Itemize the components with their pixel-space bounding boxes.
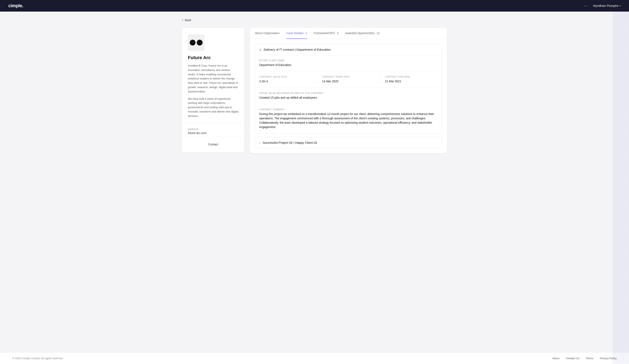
contract-end-value: 21 Mar 2021 bbox=[385, 79, 438, 84]
social-value-field: SOCIAL VALUE DELIVERED AS PART OF THIS C… bbox=[259, 88, 438, 104]
footer-link-about[interactable]: About bbox=[552, 357, 559, 360]
case-studies-badge: 2 bbox=[306, 32, 307, 35]
accordion-title-1: Delivery of IT contract | Department of … bbox=[264, 48, 331, 51]
website-link[interactable]: future-arc.com bbox=[188, 131, 238, 135]
contract-summary-field: CONTRACT SUMMARY During this project we … bbox=[259, 104, 438, 129]
company-description-1: Certified B Corp. Future Arc is an innov… bbox=[188, 64, 238, 94]
contract-start-label: CONTRACT START DATE bbox=[322, 76, 375, 78]
accordion-item-2: › Successful Project 02 | Happy Client 0… bbox=[255, 137, 442, 148]
footer: ® 2023 Cimple Limited. All rights reserv… bbox=[0, 353, 629, 364]
tab-case-studies[interactable]: Case Studies 2 bbox=[286, 28, 307, 39]
case-studies-content: ∨ Delivery of IT contract | Department o… bbox=[250, 39, 447, 153]
contact-button-wrapper: Contact bbox=[182, 136, 244, 152]
back-arrow-icon: ‹ bbox=[182, 18, 183, 22]
chevron-right-icon: › bbox=[259, 141, 260, 144]
logo-text: cimple. bbox=[8, 3, 23, 8]
tab-about-organisation[interactable]: About Organisation bbox=[255, 28, 280, 39]
copyright: ® 2023 Cimple Limited. All rights reserv… bbox=[12, 357, 62, 360]
accordion-item-1: ∨ Delivery of IT contract | Department o… bbox=[255, 44, 442, 134]
awarded-badge: 13 bbox=[377, 32, 379, 35]
website-section: WEBSITE future-arc.com bbox=[188, 125, 238, 136]
tab-awarded-label: Awarded Opportunities bbox=[345, 31, 374, 35]
back-label: Back bbox=[185, 18, 191, 22]
accordion-header-1[interactable]: ∨ Delivery of IT contract | Department o… bbox=[255, 44, 442, 55]
company-name: Future Arc bbox=[188, 55, 238, 60]
tab-awarded-opportunities[interactable]: Awarded Opportunities 13 bbox=[345, 28, 380, 39]
contact-button[interactable]: Contact bbox=[188, 140, 238, 148]
contract-start-col: CONTRACT START DATE 14 Mar 2020 bbox=[322, 76, 380, 84]
contract-end-col: CONTRACT END DATE 21 Mar 2021 bbox=[385, 76, 438, 84]
company-description-2: We have built 5 years of experience work… bbox=[188, 97, 238, 118]
buyer-client-field: BUYER/ CLIENT NAME Department of Educati… bbox=[259, 55, 438, 72]
header-right: ⋯ Wyndham Plumptre ▾ bbox=[584, 3, 621, 8]
contract-end-label: CONTRACT END DATE bbox=[385, 76, 438, 78]
sidebar-scroll: Certified B Corp. Future Arc is an innov… bbox=[188, 64, 238, 121]
user-menu[interactable]: Wyndham Plumptre ▾ bbox=[593, 4, 621, 7]
sidebar-divider bbox=[182, 123, 244, 123]
logo-dots bbox=[190, 40, 203, 45]
footer-link-privacy-policy[interactable]: Privacy Policy bbox=[600, 357, 617, 360]
main-panel: About Organisation Case Studies 2 Framew… bbox=[250, 28, 447, 153]
accordion-header-2[interactable]: › Successful Project 02 | Happy Client 0… bbox=[255, 137, 442, 148]
framework-badge: 0 bbox=[337, 32, 338, 35]
tab-framework-label: Framework/DPS bbox=[314, 31, 335, 35]
footer-link-terms[interactable]: Terms bbox=[586, 357, 593, 360]
accordion-title-2: Successful Project 02 | Happy Client 02 bbox=[263, 141, 317, 144]
back-link[interactable]: ‹ Back bbox=[182, 18, 447, 22]
contract-summary-value: During this project we embarked on a tra… bbox=[259, 112, 438, 129]
website-label: WEBSITE bbox=[188, 128, 238, 130]
tab-framework-dps[interactable]: Framework/DPS 0 bbox=[314, 28, 338, 39]
user-name: Wyndham Plumptre bbox=[593, 4, 619, 7]
logo-dot-2 bbox=[197, 40, 203, 45]
footer-link-contact-us[interactable]: Contact Us bbox=[566, 357, 579, 360]
logo-dot-1 bbox=[190, 40, 195, 45]
decorative-pattern-right bbox=[613, 11, 629, 364]
social-value-value: Created 15 jobs and up-skilled all emplo… bbox=[259, 96, 438, 100]
contract-value-col: CONTRACT VALUE (IN £) 2.3m £ bbox=[259, 76, 317, 84]
contract-dates-row: CONTRACT VALUE (IN £) 2.3m £ CONTRACT ST… bbox=[259, 72, 438, 88]
buyer-client-label: BUYER/ CLIENT NAME bbox=[259, 59, 438, 62]
main-layout: Future Arc Certified B Corp. Future Arc … bbox=[182, 28, 447, 153]
chevron-down-icon: ▾ bbox=[620, 5, 621, 7]
page-content: ‹ Back Future Arc Certified B Corp. Futu… bbox=[170, 11, 459, 353]
sidebar-card: Future Arc Certified B Corp. Future Arc … bbox=[182, 28, 244, 152]
accordion-body-1: BUYER/ CLIENT NAME Department of Educati… bbox=[255, 55, 442, 133]
footer-links: About Contact Us Terms Privacy Policy bbox=[552, 357, 617, 360]
contract-value: 2.3m £ bbox=[259, 79, 312, 84]
chevron-down-icon: ∨ bbox=[259, 48, 261, 51]
tab-about-label: About Organisation bbox=[255, 31, 280, 35]
tab-case-studies-label: Case Studies bbox=[286, 31, 304, 35]
contract-start-value: 14 Mar 2020 bbox=[322, 79, 375, 84]
contract-summary-label: CONTRACT SUMMARY bbox=[259, 108, 438, 111]
grid-icon[interactable]: ⋯ bbox=[584, 3, 588, 8]
buyer-client-value: Department of Education bbox=[259, 63, 438, 67]
social-value-label: SOCIAL VALUE DELIVERED AS PART OF THIS C… bbox=[259, 92, 438, 94]
logo: cimple. bbox=[8, 3, 23, 8]
header: cimple. ⋯ Wyndham Plumptre ▾ bbox=[0, 0, 629, 11]
tabs: About Organisation Case Studies 2 Framew… bbox=[250, 28, 447, 39]
contract-value-label: CONTRACT VALUE (IN £) bbox=[259, 76, 312, 78]
company-logo bbox=[188, 34, 204, 51]
